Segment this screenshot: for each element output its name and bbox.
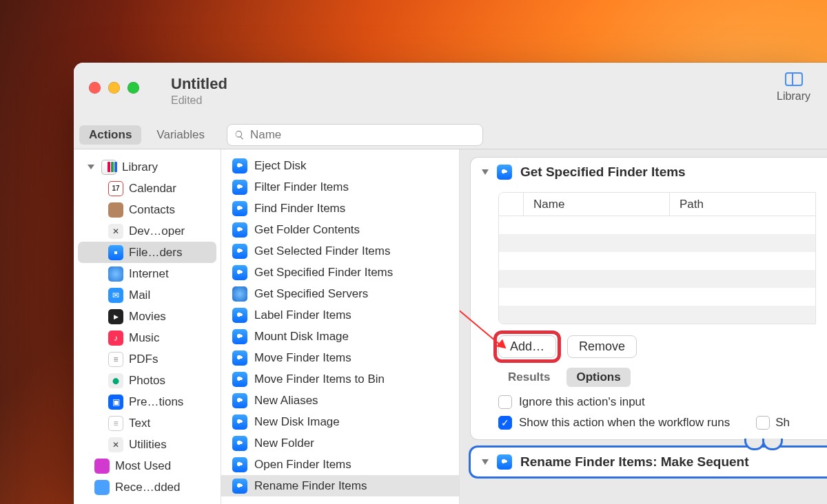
action-find-finder-items[interactable]: Find Finder Items — [221, 198, 459, 219]
action-label: Get Selected Finder Items — [254, 244, 390, 258]
remove-button[interactable]: Remove — [567, 335, 637, 358]
chevron-down-icon[interactable] — [482, 459, 489, 465]
finder-icon — [232, 201, 247, 216]
action-label: New Aliases — [254, 394, 318, 408]
table-rows — [499, 216, 815, 324]
automator-window: Untitled Edited Library Actions Variable… — [74, 63, 827, 504]
action-open-finder-items[interactable]: Open Finder Items — [221, 454, 459, 475]
sidebar-item-contacts[interactable]: Contacts — [78, 199, 216, 220]
action-label-finder-items[interactable]: Label Finder Items — [221, 304, 459, 326]
sidebar-item-internet[interactable]: Internet — [78, 263, 216, 284]
action-label: Rename Finder Items — [254, 479, 367, 493]
close-window-button[interactable] — [89, 82, 101, 94]
action-label: Find Finder Items — [254, 202, 345, 216]
sidebar-item-pdfs[interactable]: PDFs — [78, 348, 216, 370]
mov-icon — [108, 309, 123, 324]
action-get-folder-contents[interactable]: Get Folder Contents — [221, 219, 459, 240]
mail-icon — [108, 288, 123, 303]
tab-results[interactable]: Results — [498, 368, 560, 387]
finder-icon — [232, 244, 247, 259]
finder-icon — [232, 308, 247, 323]
action-title: Get Specified Finder Items — [520, 165, 686, 180]
workflow-action-get-specified-finder-items[interactable]: Get Specified Finder Items Name Path Add… — [471, 158, 827, 439]
sidebar-item-music[interactable]: Music — [78, 327, 216, 348]
add-button[interactable]: Add… — [498, 335, 556, 358]
chevron-down-icon[interactable] — [482, 169, 489, 175]
sidebar-item-movies[interactable]: Movies — [78, 306, 216, 327]
library-toolbar-button[interactable]: Library — [777, 72, 810, 103]
action-get-selected-finder-items[interactable]: Get Selected Finder Items — [221, 240, 459, 262]
sidebar-item-label: PDFs — [129, 353, 159, 366]
sidebar-item-label: Utilities — [129, 438, 167, 452]
sidebar-item-label: Most Used — [115, 459, 171, 473]
action-label: Get Folder Contents — [254, 223, 360, 237]
sidebar-item-photos[interactable]: Photos — [78, 370, 216, 391]
sidebar-item-label: Internet — [129, 267, 169, 281]
sidebar-item-rece-dded[interactable]: Rece…dded — [78, 476, 216, 498]
folder-icon — [94, 480, 110, 495]
finder-icon — [232, 414, 247, 430]
folder-icon — [94, 459, 110, 474]
workflow-action-rename-finder-items[interactable]: Rename Finder Items: Make Sequent — [471, 448, 827, 476]
sidebar-item-most-used[interactable]: Most Used — [78, 455, 216, 476]
action-label: Label Finder Items — [254, 308, 351, 322]
finder-icon — [232, 457, 247, 472]
net-icon — [108, 266, 123, 282]
tab-options[interactable]: Options — [566, 368, 630, 387]
search-icon — [234, 129, 245, 140]
segment-actions[interactable]: Actions — [79, 125, 141, 145]
sidebar-item-dev-oper[interactable]: Dev…oper — [78, 220, 216, 242]
sidebar-item-text[interactable]: Text — [78, 412, 216, 434]
sidebar-item-label: File…ders — [129, 246, 182, 260]
library-books-icon — [101, 160, 116, 175]
action-get-specified-finder-items[interactable]: Get Specified Finder Items — [221, 262, 459, 283]
action-move-finder-items-to-bin[interactable]: Move Finder Items to Bin — [221, 368, 459, 390]
sidebar-item-mail[interactable]: Mail — [78, 284, 216, 306]
sidebar-item-label: Dev…oper — [129, 224, 185, 238]
library-toolbar: Actions Variables — [74, 120, 827, 149]
dev-icon — [108, 437, 123, 452]
sidebar-item-label: Calendar — [129, 182, 176, 196]
action-new-disk-image[interactable]: New Disk Image — [221, 411, 459, 432]
sidebar-root-library[interactable]: Library — [78, 156, 216, 178]
action-label: New Disk Image — [254, 415, 340, 429]
column-path[interactable]: Path — [670, 193, 815, 216]
column-name[interactable]: Name — [524, 193, 670, 216]
action-move-finder-items[interactable]: Move Finder Items — [221, 347, 459, 368]
mus-icon — [108, 330, 123, 346]
option-show-when-run[interactable]: ✓ Show this action when the workflow run… — [498, 416, 827, 430]
checkbox-unchecked-icon — [756, 416, 770, 430]
sidebar-root-label: Library — [122, 160, 158, 174]
segment-variables[interactable]: Variables — [147, 125, 214, 145]
finder-icon — [232, 479, 247, 494]
finder-icon — [232, 393, 247, 408]
add-button-highlight: Add… — [498, 335, 556, 358]
sidebar-item-file-ders[interactable]: File…ders — [78, 242, 216, 263]
dev-icon — [108, 224, 123, 239]
action-new-folder[interactable]: New Folder — [221, 432, 459, 454]
option-ignore-input[interactable]: Ignore this action's input — [498, 395, 827, 409]
action-label: Get Specified Finder Items — [254, 266, 393, 280]
sidebar-item-utilities[interactable]: Utilities — [78, 434, 216, 455]
sidebar-item-pre-tions[interactable]: Pre…tions — [78, 391, 216, 412]
window-subtitle: Edited — [171, 94, 227, 107]
action-eject-disk[interactable]: Eject Disk — [221, 155, 459, 176]
minimize-window-button[interactable] — [108, 82, 120, 94]
cal-icon — [108, 181, 123, 196]
action-mount-disk-image[interactable]: Mount Disk Image — [221, 326, 459, 347]
finder-icon — [232, 329, 247, 344]
action-label: Eject Disk — [254, 159, 307, 173]
action-get-specified-servers[interactable]: Get Specified Servers — [221, 283, 459, 304]
action-new-aliases[interactable]: New Aliases — [221, 390, 459, 411]
search-input[interactable] — [250, 128, 476, 142]
sidebar-item-label: Contacts — [129, 203, 175, 217]
actions-list: Eject DiskFilter Finder ItemsFind Finder… — [221, 149, 460, 504]
finder-icon — [232, 222, 247, 238]
sidebar-item-calendar[interactable]: Calendar — [78, 178, 216, 199]
sidebar-item-label: Music — [129, 331, 159, 345]
search-field[interactable] — [227, 124, 483, 146]
action-filter-finder-items[interactable]: Filter Finder Items — [221, 176, 459, 198]
action-rename-finder-items[interactable]: Rename Finder Items — [221, 475, 459, 496]
zoom-window-button[interactable] — [127, 82, 139, 94]
chevron-down-icon — [88, 165, 94, 169]
